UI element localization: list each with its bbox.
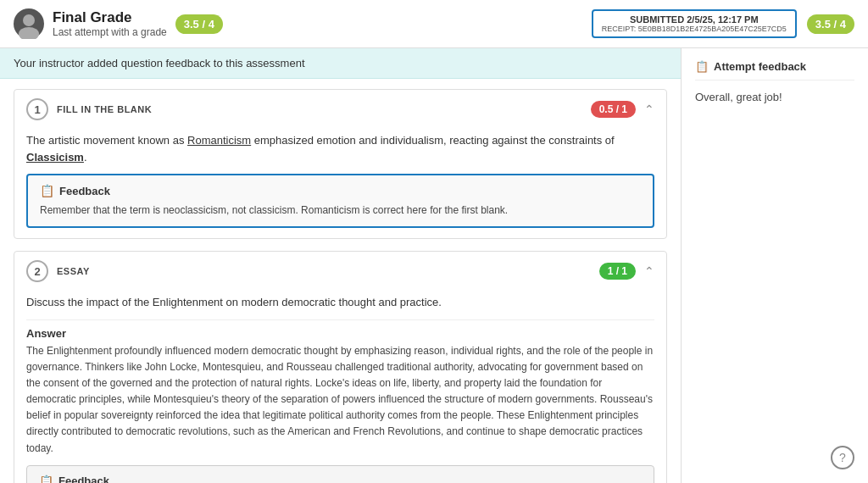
question-1-feedback-label: 📋 Feedback	[40, 184, 641, 197]
question-2-chevron-icon[interactable]: ⌃	[644, 264, 654, 278]
question-2-text: Discuss the impact of the Enlightenment …	[26, 294, 654, 311]
answer-label: Answer	[26, 327, 654, 340]
question-2-score: 1 / 1	[599, 263, 636, 280]
question-1-body: The artistic movement known as Romantici…	[14, 129, 666, 238]
left-panel: Your instructor added question feedback …	[0, 48, 682, 483]
question-2-feedback-label: 📋 Feedback	[39, 475, 642, 483]
feedback-icon-1: 📋	[40, 184, 54, 197]
question-card-2: 2 ESSAY 1 / 1 ⌃ Discuss the impact of th…	[14, 251, 667, 483]
header-title-block: Final Grade Last attempt with a grade	[53, 9, 167, 38]
header: Final Grade Last attempt with a grade 3.…	[0, 0, 868, 48]
question-1-feedback-text: Remember that the term is neoclassicism,…	[40, 203, 641, 218]
question-2-header-right: 1 / 1 ⌃	[599, 263, 654, 280]
submission-date: SUBMITTED 2/5/25, 12:17 PM	[602, 14, 787, 25]
header-grade-badge-right: 3.5 / 4	[807, 14, 854, 34]
questions-area: 1 FILL IN THE BLANK 0.5 / 1 ⌃ The artist…	[0, 79, 681, 483]
right-panel: 📋 Attempt feedback Overall, great job!	[682, 48, 868, 483]
question-1-type: FILL IN THE BLANK	[57, 104, 152, 114]
question-1-text: The artistic movement known as Romantici…	[26, 132, 654, 165]
attempt-feedback-title: 📋 Attempt feedback	[695, 60, 854, 80]
submission-info: SUBMITTED 2/5/25, 12:17 PM RECEIPT: 5E0B…	[592, 9, 797, 38]
main-layout: Your instructor added question feedback …	[0, 48, 868, 483]
question-1-header: 1 FILL IN THE BLANK 0.5 / 1 ⌃	[14, 90, 666, 129]
answer-section: Answer The Enlightenment profoundly infl…	[26, 327, 654, 457]
submission-receipt: RECEIPT: 5E0BB18D1B2E4725BA205E47C25E7CD…	[602, 25, 787, 33]
header-right: SUBMITTED 2/5/25, 12:17 PM RECEIPT: 5E0B…	[592, 9, 854, 38]
question-2-feedback-title: Feedback	[58, 475, 109, 483]
question-1-feedback-box: 📋 Feedback Remember that the term is neo…	[26, 174, 654, 228]
header-left: Final Grade Last attempt with a grade 3.…	[14, 8, 223, 39]
question-1-header-right: 0.5 / 1 ⌃	[591, 101, 654, 118]
help-button[interactable]: ?	[831, 446, 854, 469]
avatar	[14, 8, 44, 39]
feedback-banner: Your instructor added question feedback …	[0, 48, 681, 79]
feedback-banner-text: Your instructor added question feedback …	[14, 57, 305, 69]
feedback-icon-2: 📋	[39, 475, 53, 483]
question-2-feedback-box: 📋 Feedback This is a solid essay that ef…	[26, 465, 654, 483]
header-subtitle: Last attempt with a grade	[53, 26, 167, 38]
question-2-type: ESSAY	[57, 266, 90, 276]
attempt-feedback-text: Overall, great job!	[695, 89, 854, 106]
question-1-number: 1	[26, 98, 48, 120]
question-2-number: 2	[26, 260, 48, 282]
app-container: Final Grade Last attempt with a grade 3.…	[0, 0, 868, 483]
question-1-score: 0.5 / 1	[591, 101, 636, 118]
question-2-header-left: 2 ESSAY	[26, 260, 90, 282]
question-1-feedback-title: Feedback	[59, 185, 110, 197]
question-1-header-left: 1 FILL IN THE BLANK	[26, 98, 152, 120]
attempt-feedback-icon: 📋	[695, 60, 709, 73]
attempt-feedback-label: Attempt feedback	[714, 60, 806, 73]
svg-point-0	[23, 14, 35, 26]
header-grade-badge: 3.5 / 4	[175, 14, 223, 34]
question-1-chevron-icon[interactable]: ⌃	[644, 103, 654, 116]
question-2-body: Discuss the impact of the Enlightenment …	[14, 291, 666, 483]
question-card-1: 1 FILL IN THE BLANK 0.5 / 1 ⌃ The artist…	[14, 89, 667, 239]
answer-text: The Enlightenment profoundly influenced …	[26, 343, 654, 457]
svg-point-1	[19, 27, 39, 39]
header-title: Final Grade	[53, 9, 167, 26]
question-2-header: 2 ESSAY 1 / 1 ⌃	[14, 252, 666, 291]
